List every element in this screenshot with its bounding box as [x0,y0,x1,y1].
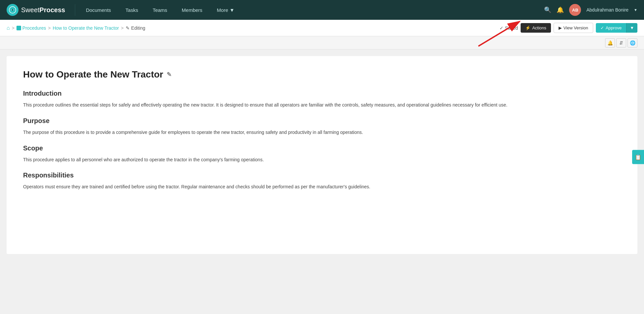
side-floating-button[interactable]: 📋 [632,150,644,164]
breadcrumb: ⌂ > Procedures > How to Operate the New … [7,25,145,31]
logo-icon [7,4,18,16]
document-title: How to Operate the New Tractor ✎ [23,69,621,80]
nav-links: Documents Tasks Teams Members More ▼ [75,0,544,20]
sort-toolbar-icon[interactable]: ⇵ [616,38,626,47]
brand-name: SweetProcess [21,6,65,14]
svg-point-1 [12,9,14,11]
user-name[interactable]: Abdulrahman Bonire [586,7,628,13]
saved-status: ✓ Saved [499,25,518,31]
section-heading-scope: Scope [23,144,621,152]
section-text-responsibilities: Operators must ensure they are trained a… [23,183,621,191]
search-icon[interactable]: 🔍 [544,6,551,14]
nav-members[interactable]: Members [175,0,210,20]
approve-button[interactable]: ✓ Approve [596,23,626,33]
section-text-purpose: The purpose of this procedure is to prov… [23,129,621,137]
procedures-breadcrumb[interactable]: Procedures [16,25,46,31]
section-text-introduction: This procedure outlines the essential st… [23,101,621,109]
pencil-breadcrumb-icon: ✎ [126,25,130,31]
editing-label: ✎ Editing [126,25,145,31]
notifications-icon[interactable]: 🔔 [557,6,564,14]
doc-breadcrumb[interactable]: How to Operate the New Tractor [53,25,119,31]
breadcrumb-bar: ⌂ > Procedures > How to Operate the New … [0,20,644,36]
side-btn-icon: 📋 [635,154,641,160]
nav-documents[interactable]: Documents [79,0,118,20]
actions-button[interactable]: ⚡ Actions [521,23,551,33]
globe-toolbar-icon[interactable]: 🌐 [628,38,637,47]
bolt-icon: ⚡ [525,25,531,30]
approve-dropdown-button[interactable]: ▼ [626,23,637,33]
approve-check-icon: ✓ [600,25,604,30]
avatar[interactable]: AB [569,4,581,16]
play-icon: ▶ [559,25,562,30]
section-text-scope: This procedure applies to all personnel … [23,156,621,164]
breadcrumb-sep-1: > [12,25,15,31]
main-content: How to Operate the New Tractor ✎ Introdu… [7,56,637,254]
check-icon: ✓ [499,25,503,31]
secondary-toolbar: 🔔 ⇵ 🌐 [0,36,644,49]
section-heading-responsibilities: Responsibilities [23,172,621,179]
section-heading-purpose: Purpose [23,117,621,125]
nav-teams[interactable]: Teams [145,0,175,20]
view-version-button[interactable]: ▶ View Version [554,23,593,33]
nav-more[interactable]: More ▼ [209,0,242,20]
procedures-icon [16,26,21,30]
nav-tasks[interactable]: Tasks [118,0,145,20]
breadcrumb-actions: ✓ Saved ⚡ Actions ▶ View Version ✓ Appro… [499,23,637,33]
section-heading-introduction: Introduction [23,90,621,97]
breadcrumb-sep-3: > [121,25,123,31]
notifications-toolbar-icon[interactable]: 🔔 [605,38,615,47]
approve-btn-group: ✓ Approve ▼ [596,23,637,33]
title-edit-icon[interactable]: ✎ [167,71,172,78]
logo-area[interactable]: SweetProcess [7,4,75,16]
home-breadcrumb[interactable]: ⌂ [7,25,10,31]
breadcrumb-sep-2: > [48,25,50,31]
top-navigation: SweetProcess Documents Tasks Teams Membe… [0,0,644,20]
user-dropdown-chevron[interactable]: ▼ [634,8,637,12]
nav-right: 🔍 🔔 AB Abdulrahman Bonire ▼ [544,4,637,16]
